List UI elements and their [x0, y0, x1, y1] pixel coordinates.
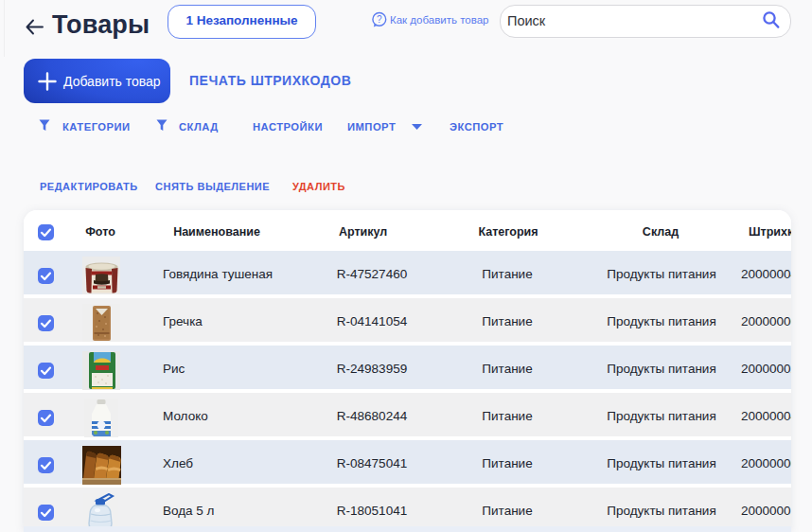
- svg-text:?: ?: [377, 14, 382, 25]
